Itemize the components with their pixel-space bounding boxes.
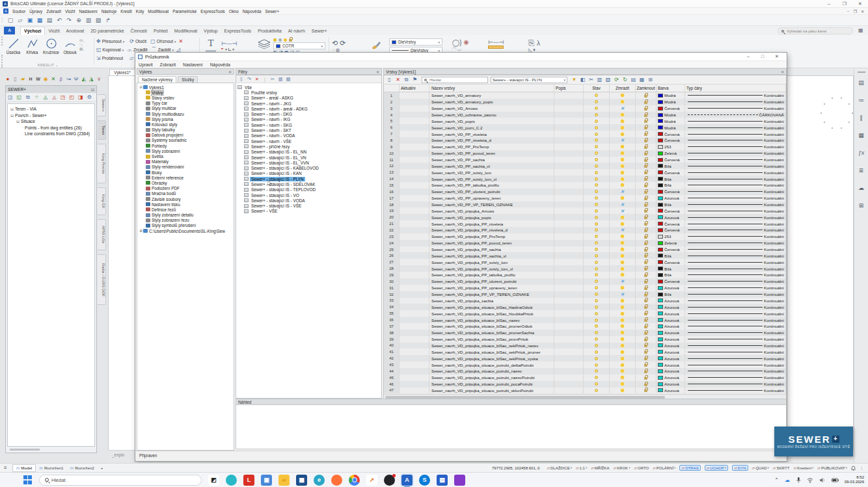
layer-row-10[interactable]: 10Sewer_navrh_VD_PP_puvod_terenZelenáKon… [384,150,786,157]
surface-copy-icon[interactable]: ⧉ [23,94,33,101]
tree-item-25[interactable]: Styly symbolů přerušení [137,223,234,228]
sewer-tree-item[interactable]: ·Line constraints from DWG (2364) [8,131,94,137]
taskbar-app-chrome[interactable] [349,475,360,486]
minimize-icon[interactable]: – [821,0,837,7]
copy-icon[interactable]: ▥ [277,77,284,82]
taskbar-app-link-app[interactable]: ↗ [366,475,377,486]
layer-row-39[interactable]: 39Sewer_navrh_VD_pripojka_situace_blSac_… [384,336,786,343]
cloud-panel-icon[interactable]: ☁ [854,185,868,191]
taskbar-app-s-app[interactable]: S [419,475,430,486]
tree-item-18[interactable]: Podložení PDF [137,186,234,191]
print-icon[interactable]: ▤ [45,17,55,23]
panel-pin-icon[interactable]: ⊡ [91,87,94,92]
menu-expresstools[interactable]: ExpressTools [200,9,224,14]
delete-filter-icon[interactable]: ✕ [253,77,261,82]
tree-item-13[interactable]: Materiály [137,159,234,165]
tree-item-21[interactable]: Nastavení tisku [137,202,234,207]
tree-item-19[interactable]: Mračna bodů [137,191,234,196]
filter-item-22[interactable]: Sewer+ - VŠE [236,209,381,214]
profile2-icon[interactable]: ◮ [88,76,96,82]
edit3-icon[interactable]: ◨ [76,94,85,100]
layer-row-38[interactable]: 38Sewer_navrh_VD_pripojka_situace_blSac_… [384,330,786,336]
taskbar-app-file-explorer[interactable]: ▰ [278,475,290,486]
onedrive-icon[interactable]: ☁ [785,477,790,483]
move-tool[interactable]: ✥Přesunout▾⟳Otočit▢Oříznout▾✕ [96,37,200,46]
layer-row-35[interactable]: 35Sewer_navrh_VD_pripojka_situace_blSac_… [384,310,786,317]
col-aktualni[interactable]: Aktuální [400,85,429,92]
layer-row-18[interactable]: 18Sewer_navrh_VD_PP_VP_TEREN_OZNAKE✕Bílá… [384,202,786,208]
layer-row-1[interactable]: 1Sewer_navrh_VD_armaturyModráKontinuální [384,92,786,99]
filter-funnel-icon[interactable]: ▼ [570,77,578,83]
dialog-close-icon[interactable]: ✕ [770,54,784,59]
tiles-panel-icon[interactable]: ⊞ [854,202,868,209]
volume-icon[interactable] [819,477,826,483]
sewer-tree-item[interactable]: ⊟Situace [8,118,94,125]
status-toggle-otras[interactable]: ▱OTRAS [679,465,700,471]
layer-row-33[interactable]: 33Sewer_navrh_VD_pripojka_sachtaAzurováK… [384,298,786,304]
dimension-tool[interactable]: ⊢—⊣ [221,40,255,47]
layer-row-29[interactable]: 29Sewer_navrh_VD_pripojka_PP_tabulka_pro… [384,272,786,278]
ribbon-tab-ai-návrh[interactable]: AI návrh [285,27,308,35]
tree-item-1[interactable]: Stavy vrstev [137,95,234,100]
filter-item-21[interactable]: Sewer+ - stávající IS - VŠE [236,204,381,209]
tree-item-4[interactable]: Styly multiodkazu [137,111,234,116]
tree-root[interactable]: ⊟Výkres1 [137,85,234,90]
fork-icon[interactable]: Ψ [72,76,80,82]
match-properties-tool[interactable] [371,40,381,49]
filter-item-20[interactable]: Sewer+ - stávající IS - VODA [236,198,381,203]
filter-item-1[interactable]: Sewer+ - areál - ASKG [236,96,381,101]
side-tab-ap50-lise[interactable]: AP50 LiSe [98,219,106,250]
layer-row-20[interactable]: 20Sewer_navrh_VD_pripojka_popisAzurováKo… [384,214,786,220]
status-toggle-m-ka[interactable]: ▱MŘÍŽKA [591,466,609,470]
refresh-icon[interactable]: ⟳ [612,77,621,83]
taskbar-app-teal-app[interactable] [226,475,237,486]
ribbon-tab-výstup[interactable]: Výstup [200,27,221,35]
tray-expand-icon[interactable]: ⌃ [774,477,779,483]
status-toggle-kreslen-[interactable]: ▱Kreslení▾ [793,466,813,470]
filter-item-19[interactable]: Sewer+ - stávající IS - VO [236,192,381,198]
filter-root[interactable]: Vše [236,85,381,90]
filter-item-4[interactable]: Sewer+ - návrh - DKG [236,111,381,116]
layer-row-32[interactable]: 32Sewer_navrh_VD_pripojka_PP_VP_TEREN_OZ… [384,291,786,298]
filter-item-17[interactable]: Sewer+ - stávající IS - SDĚLOVAK [236,181,381,187]
view-grid-icon[interactable]: ▦ [638,77,646,83]
status-toggle-dyn[interactable]: ▱DYN [732,465,748,471]
menu-nastavení[interactable]: Nastavení [79,9,97,14]
ribbon-tab-modifikovat[interactable]: Modifikovat [171,27,200,35]
side-tab-radar-gurs-dof[interactable]: Radar / GURS DOF [98,254,106,305]
filter-item-15[interactable]: Sewer+ - stávající IS - KAN [236,171,381,176]
arc-tool[interactable]: Oblouk [61,35,79,55]
structure-panel-icon[interactable]: ≣ [854,167,868,174]
menu-nápověda[interactable]: Nápověda [243,9,262,14]
menu-kóty[interactable]: Kóty [136,9,144,14]
menu-nástroje[interactable]: Nástroje [102,9,116,14]
layer-row-26[interactable]: 26Sewer_navrh_VD_pripojka_PP_sachta_vlBí… [384,252,786,259]
polyline-tool[interactable]: Křivka [23,35,42,55]
new-filter-icon[interactable]: ▯ [237,77,245,82]
col-stav[interactable]: Stav [584,85,610,92]
ribbon-tab-2d-parametrické[interactable]: 2D parametrické [87,27,127,35]
toolbar-grip[interactable] [1,36,3,46]
status-overflow-icon[interactable]: ⋮ [860,466,863,470]
dialog-menu-nastavení[interactable]: Nastavení [183,62,203,67]
filter-item-11[interactable]: Sewer+ - stávající IS - EL_NN [236,150,381,155]
notification-bell-icon[interactable] [851,466,856,471]
close-icon[interactable]: ✕ [852,0,868,7]
filter-item-18[interactable]: Sewer+ - stávající IS - TEPLOVOD [236,187,381,192]
taskbar-clock[interactable]: 8:5209.03.2026 [845,475,864,484]
settings-icon[interactable]: ⚙ [85,94,94,100]
cut-icon[interactable]: ✂ [587,77,595,83]
side-tab-king-proctor[interactable]: King Proctor [98,144,106,183]
layer-row-42[interactable]: 42Sewer_navrh_VD_pripojka_situace_blSac_… [384,355,786,362]
status-toggle-quad[interactable]: ▱QUAD▾ [752,466,769,470]
dialog-minimize-icon[interactable]: – [741,54,755,59]
tree-item-12[interactable]: Světla [137,153,234,159]
layers-panel-icon[interactable]: ▤ [854,79,868,86]
layer-row-5[interactable]: 5Sewer_navrh_VD_popisModráKontinuální [384,118,786,124]
menu-zobrazit[interactable]: Zobrazit [46,9,61,14]
layer-row-41[interactable]: 41Sewer_navrh_VD_pripojka_situace_blSac_… [384,349,786,355]
menu-okno[interactable]: Okno [229,9,239,14]
layer-row-4[interactable]: 4Sewer_navrh_VD_ochranne_pasmoModráČÁRKO… [384,112,786,118]
record-icon[interactable]: ● [4,76,12,82]
tree-item-20[interactable]: Závislé soubory [137,196,234,202]
